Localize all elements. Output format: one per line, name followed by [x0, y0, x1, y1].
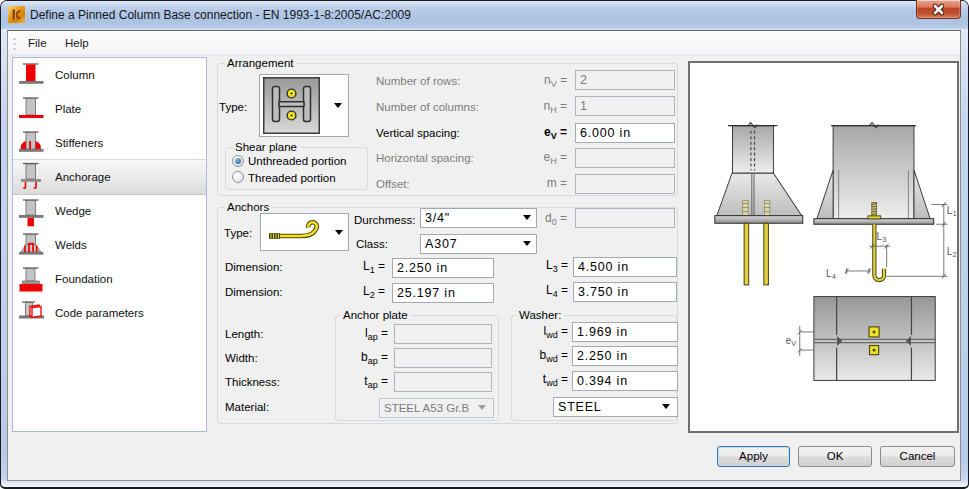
svg-text:L1: L1 [947, 205, 957, 218]
svg-text:L2: L2 [947, 246, 957, 259]
svg-text:L4: L4 [826, 268, 836, 281]
svg-text:L3: L3 [877, 231, 887, 244]
svg-text:eV: eV [786, 335, 798, 348]
